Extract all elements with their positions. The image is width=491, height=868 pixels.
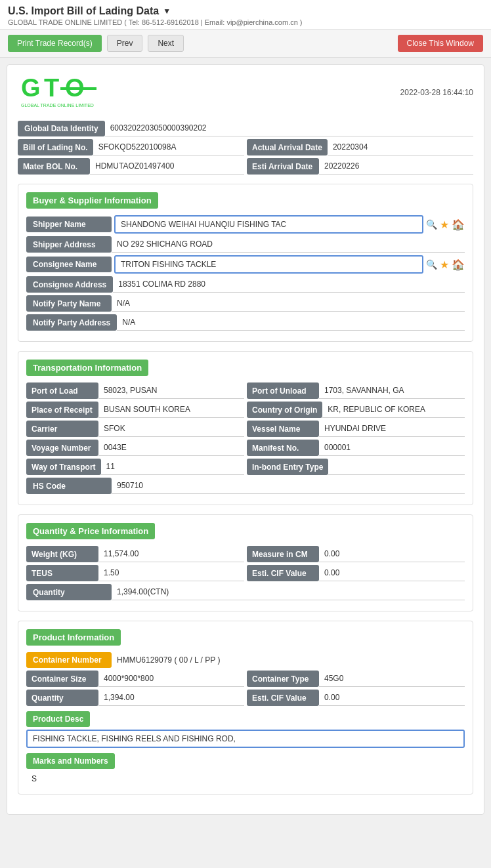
- shipper-address-value: NO 292 SHICHANG ROAD: [112, 236, 465, 253]
- manifest-no-label: Manifest No.: [247, 440, 319, 456]
- manifest-no-field: Manifest No. 000001: [247, 440, 465, 456]
- transportation-section: Transportation Information Port of Load …: [18, 351, 473, 505]
- mater-bol-label: Mater BOL No.: [18, 158, 90, 175]
- product-desc-block: Product Desc FISHING TACKLE, FISHING REE…: [26, 711, 465, 748]
- measure-cm-label: Measure in CM: [247, 546, 319, 562]
- svg-text:GLOBAL TRADE ONLINE LIMITED: GLOBAL TRADE ONLINE LIMITED: [21, 103, 94, 108]
- logo-row: G T O GLOBAL TRADE ONLINE LIMITED 2022-0…: [18, 75, 473, 110]
- shipper-name-row: Shipper Name SHANDONG WEIHAI HUANQIU FIS…: [26, 215, 465, 234]
- hs-code-label: HS Code: [26, 478, 112, 494]
- product-desc-value: FISHING TACKLE, FISHING REELS AND FISHIN…: [26, 730, 465, 748]
- prev-button[interactable]: Prev: [107, 35, 143, 52]
- mater-bol-row: Mater BOL No. HDMUTAOZ01497400 Esti Arri…: [18, 158, 473, 175]
- weight-kg-label: Weight (KG): [26, 546, 98, 562]
- quantity-label: Quantity: [26, 584, 112, 600]
- shipper-action-icons: 🔍 ★ 🏠: [426, 218, 465, 231]
- page-title: U.S. Import Bill of Lading Data ▼: [8, 5, 483, 17]
- quantity-price-title: Quantity & Price Information: [26, 523, 465, 546]
- vessel-name-field: Vessel Name HYUNDAI DRIVE: [247, 421, 465, 437]
- global-data-identity-value: 6003202203050000390202: [105, 120, 473, 136]
- shipper-name-label: Shipper Name: [26, 217, 112, 232]
- product-info-section: Product Information Container Number HMM…: [18, 621, 473, 795]
- transport-inbond-row: Way of Transport 11 In-bond Entry Type: [26, 459, 465, 475]
- teus-value: 1.50: [98, 565, 244, 581]
- mater-bol-value: HDMUTAOZ01497400: [90, 158, 244, 175]
- container-size-label: Container Size: [26, 671, 98, 687]
- consignee-name-value: TRITON FISHING TACKLE: [114, 255, 423, 274]
- product-quantity-label: Quantity: [26, 690, 98, 706]
- product-esti-cif-field: Esti. CIF Value 0.00: [247, 690, 465, 706]
- consignee-address-label: Consignee Address: [26, 276, 113, 293]
- esti-cif-value: 0.00: [319, 565, 465, 581]
- quantity-row: Quantity 1,394.00(CTN): [26, 584, 465, 600]
- way-of-transport-label: Way of Transport: [26, 459, 101, 475]
- place-country-row: Place of Receipt BUSAN SOUTH KOREA Count…: [26, 402, 465, 418]
- bol-no-field: Bill of Lading No. SFOKQD522010098A: [18, 139, 244, 155]
- bol-no-value: SFOKQD522010098A: [93, 139, 244, 155]
- svg-text:T: T: [44, 75, 59, 102]
- notify-party-name-value: N/A: [112, 295, 465, 312]
- shipper-search-icon[interactable]: 🔍: [426, 219, 437, 230]
- print-button[interactable]: Print Trade Record(s): [8, 35, 102, 52]
- consignee-name-row: Consignee Name TRITON FISHING TACKLE 🔍 ★…: [26, 255, 465, 274]
- country-of-origin-value: KR, REPUBLIC OF KOREA: [322, 402, 465, 418]
- page-header: U.S. Import Bill of Lading Data ▼ GLOBAL…: [0, 0, 491, 30]
- esti-cif-field: Esti. CIF Value 0.00: [247, 565, 465, 581]
- consignee-star-icon[interactable]: ★: [440, 258, 449, 271]
- port-of-load-value: 58023, PUSAN: [98, 382, 244, 399]
- mater-bol-field: Mater BOL No. HDMUTAOZ01497400: [18, 158, 244, 175]
- main-content: G T O GLOBAL TRADE ONLINE LIMITED 2022-0…: [7, 64, 484, 815]
- voyage-number-field: Voyage Number 0043E: [26, 440, 244, 456]
- port-of-unload-value: 1703, SAVANNAH, GA: [319, 382, 465, 399]
- actual-arrival-field: Actual Arrival Date 20220304: [247, 139, 473, 155]
- container-number-value: HMMU6129079 ( 00 / L / PP ): [112, 652, 225, 668]
- logo-box: G T O GLOBAL TRADE ONLINE LIMITED: [18, 75, 103, 110]
- esti-arrival-value: 20220226: [319, 158, 473, 175]
- actual-arrival-value: 20220304: [328, 139, 473, 155]
- teus-field: TEUS 1.50: [26, 565, 244, 581]
- shipper-home-icon[interactable]: 🏠: [452, 218, 465, 231]
- next-button[interactable]: Next: [148, 35, 184, 52]
- actual-arrival-label: Actual Arrival Date: [247, 139, 328, 155]
- way-of-transport-field: Way of Transport 11: [26, 459, 244, 475]
- svg-rect-3: [60, 87, 96, 90]
- vessel-name-label: Vessel Name: [247, 421, 319, 437]
- notify-party-name-label: Notify Party Name: [26, 295, 112, 312]
- weight-measure-row: Weight (KG) 11,574.00 Measure in CM 0.00: [26, 546, 465, 562]
- voyage-number-value: 0043E: [98, 440, 244, 456]
- global-data-identity-row: Global Data Identity 6003202203050000390…: [18, 120, 473, 136]
- dropdown-arrow-icon[interactable]: ▼: [163, 7, 171, 16]
- transportation-title: Transportation Information: [26, 360, 465, 382]
- port-of-unload-field: Port of Unload 1703, SAVANNAH, GA: [247, 382, 465, 399]
- toolbar: Print Trade Record(s) Prev Next Close Th…: [0, 30, 491, 58]
- consignee-home-icon[interactable]: 🏠: [452, 258, 465, 271]
- country-of-origin-label: Country of Origin: [247, 402, 322, 418]
- carrier-value: SFOK: [98, 421, 244, 437]
- country-of-origin-field: Country of Origin KR, REPUBLIC OF KOREA: [247, 402, 465, 418]
- carrier-label: Carrier: [26, 421, 98, 437]
- carrier-field: Carrier SFOK: [26, 421, 244, 437]
- container-type-field: Container Type 45G0: [247, 671, 465, 687]
- buyer-supplier-section: Buyer & Supplier Information Shipper Nam…: [18, 184, 473, 342]
- port-of-load-field: Port of Load 58023, PUSAN: [26, 382, 244, 399]
- marks-value: S: [26, 772, 465, 786]
- consignee-search-icon[interactable]: 🔍: [426, 259, 437, 270]
- close-button[interactable]: Close This Window: [398, 35, 483, 52]
- weight-kg-field: Weight (KG) 11,574.00: [26, 546, 244, 562]
- svg-text:G: G: [21, 75, 41, 102]
- bol-no-label: Bill of Lading No.: [18, 139, 93, 155]
- consignee-address-row: Consignee Address 18351 COLIMA RD 2880: [26, 276, 465, 293]
- voyage-manifest-row: Voyage Number 0043E Manifest No. 000001: [26, 440, 465, 456]
- place-of-receipt-label: Place of Receipt: [26, 402, 98, 418]
- notify-party-name-row: Notify Party Name N/A: [26, 295, 465, 312]
- shipper-name-value: SHANDONG WEIHAI HUANQIU FISHING TAC: [114, 215, 423, 234]
- measure-cm-field: Measure in CM 0.00: [247, 546, 465, 562]
- container-number-label: Container Number: [26, 652, 112, 668]
- timestamp: 2022-03-28 16:44:10: [400, 88, 473, 97]
- product-info-title: Product Information: [26, 629, 465, 652]
- product-quantity-field: Quantity 1,394.00: [26, 690, 244, 706]
- consignee-address-value: 18351 COLIMA RD 2880: [113, 276, 465, 293]
- notify-party-address-row: Notify Party Address N/A: [26, 314, 465, 331]
- shipper-star-icon[interactable]: ★: [440, 218, 449, 231]
- place-of-receipt-field: Place of Receipt BUSAN SOUTH KOREA: [26, 402, 244, 418]
